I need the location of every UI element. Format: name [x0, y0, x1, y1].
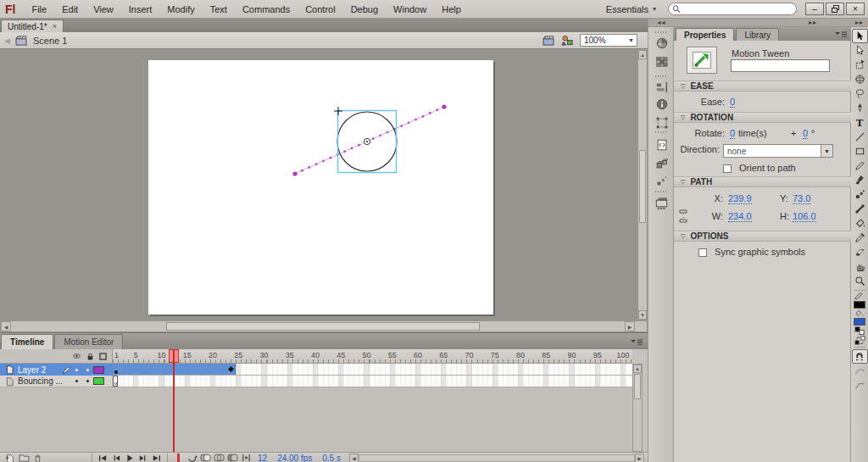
rectangle-tool[interactable]	[852, 144, 868, 159]
swatches-panel-icon[interactable]	[652, 53, 671, 70]
free-transform-tool[interactable]	[852, 58, 868, 72]
hand-tool[interactable]	[852, 259, 868, 274]
play-button[interactable]	[124, 454, 136, 462]
back-arrow-icon[interactable]: ◀	[0, 36, 15, 45]
brush-tool[interactable]	[852, 173, 868, 187]
timeline-vertical-scrollbar[interactable]: ▲	[632, 364, 643, 452]
timeline-vscroll-thumb[interactable]	[634, 374, 641, 399]
tab-timeline[interactable]: Timeline	[1, 334, 53, 349]
outline-icon[interactable]	[98, 352, 108, 361]
section-rotation[interactable]: ▽ROTATION	[674, 112, 851, 123]
go-to-first-frame-button[interactable]	[97, 454, 108, 462]
scroll-right-icon[interactable]: ▶	[625, 321, 635, 331]
tab-library[interactable]: Library	[736, 28, 779, 41]
section-ease[interactable]: ▽EASE	[674, 81, 851, 92]
project-panel-icon[interactable]	[652, 196, 671, 212]
menu-help[interactable]: Help	[434, 4, 469, 14]
workspace-switcher[interactable]: Essentials ▾	[601, 4, 661, 14]
code-snippets-panel-icon[interactable]	[652, 136, 671, 153]
layer-name[interactable]: Bouncing ...	[18, 376, 62, 386]
motion-path-start-point[interactable]	[292, 171, 297, 175]
line-tool[interactable]	[852, 130, 868, 144]
scroll-down-icon[interactable]: ▼	[638, 310, 647, 320]
align-panel-icon[interactable]	[652, 79, 671, 95]
layer-lock-dot[interactable]	[86, 369, 89, 371]
transform-panel-icon[interactable]	[652, 114, 671, 131]
minimize-button[interactable]: –	[805, 3, 824, 15]
panel-menu-icon[interactable]	[631, 339, 643, 346]
new-folder-button[interactable]	[18, 454, 30, 462]
playhead-line[interactable]	[173, 349, 175, 452]
center-frame-button[interactable]	[172, 454, 184, 462]
blank-keyframe[interactable]	[113, 376, 118, 387]
scroll-left-icon[interactable]: ◀	[1, 321, 11, 331]
ease-value[interactable]: 0	[730, 97, 735, 108]
pencil-tool[interactable]	[852, 159, 868, 173]
stage-vscroll-thumb[interactable]	[639, 150, 646, 223]
layer-row-bouncing[interactable]: Bouncing ...	[0, 376, 113, 387]
scene-name[interactable]: Scene 1	[33, 36, 67, 46]
paint-bucket-tool[interactable]	[852, 216, 868, 231]
onion-skin-outlines-button[interactable]	[213, 454, 225, 462]
zoom-level-select[interactable]: 100% ▼	[580, 34, 637, 47]
scroll-up-icon[interactable]: ▲	[633, 365, 642, 373]
document-tab[interactable]: Untitled-1* ×	[1, 19, 64, 32]
search-input[interactable]	[681, 4, 793, 14]
lock-icon[interactable]	[86, 352, 95, 361]
dock-group-handle[interactable]	[655, 75, 668, 77]
pasteboard[interactable]	[0, 49, 637, 320]
timeline-horizontal-scrollbar[interactable]: ◀ ▶	[349, 454, 644, 462]
edit-multiple-frames-button[interactable]	[226, 454, 238, 462]
stroke-color-swatch[interactable]	[854, 301, 865, 309]
scroll-left-icon[interactable]: ◀	[349, 454, 359, 462]
current-frame-value[interactable]: 12	[258, 454, 267, 462]
stage-vertical-scrollbar[interactable]: ▲ ▼	[637, 49, 648, 320]
onion-skin-button[interactable]	[199, 454, 211, 462]
dock-group-handle[interactable]	[655, 131, 668, 133]
menu-file[interactable]: File	[24, 4, 54, 14]
transform-crosshair-icon[interactable]	[334, 107, 342, 115]
stage[interactable]	[148, 60, 493, 314]
color-panel-icon[interactable]	[652, 35, 671, 51]
snap-to-objects-toggle[interactable]	[852, 349, 868, 364]
edit-symbols-icon[interactable]	[561, 35, 574, 46]
show-hide-icon[interactable]	[71, 352, 82, 360]
scroll-up-icon[interactable]: ▲	[638, 50, 647, 59]
dock-group-handle[interactable]	[655, 31, 668, 33]
frame-rate-value[interactable]: 24.00 fps	[277, 454, 312, 462]
layer-name[interactable]: Layer 2	[18, 365, 62, 375]
subselection-tool[interactable]	[852, 43, 868, 58]
restore-button[interactable]	[826, 3, 844, 15]
loop-button[interactable]	[186, 454, 198, 462]
frame-ruler[interactable]: 1510152025303540455055606570758085909510…	[113, 349, 632, 364]
y-value[interactable]: 73.0	[793, 193, 810, 204]
components-panel-icon[interactable]	[652, 155, 671, 171]
section-path[interactable]: ▽PATH	[674, 176, 851, 187]
menu-edit[interactable]: Edit	[54, 4, 86, 14]
rotate-count-value[interactable]: 0	[730, 128, 735, 139]
eraser-tool[interactable]	[852, 245, 868, 259]
tab-properties[interactable]: Properties	[676, 28, 734, 41]
fill-color-swatch[interactable]	[854, 318, 865, 326]
edit-scene-icon[interactable]	[542, 36, 555, 46]
layer-lock-dot[interactable]	[86, 380, 89, 382]
sync-graphic-symbols-checkbox[interactable]	[698, 248, 707, 257]
stage-hscroll-thumb[interactable]	[166, 322, 480, 331]
bone-tool[interactable]	[852, 202, 868, 216]
layer-color-1[interactable]	[93, 377, 104, 385]
section-options[interactable]: ▽OPTIONS	[674, 231, 851, 242]
motion-presets-panel-icon[interactable]	[652, 172, 671, 188]
layer-color-0[interactable]	[93, 366, 104, 374]
x-value[interactable]: 239.9	[728, 193, 752, 204]
3d-rotation-tool[interactable]	[852, 72, 868, 86]
menu-commands[interactable]: Commands	[235, 4, 298, 14]
close-button[interactable]: ×	[846, 3, 865, 15]
menu-modify[interactable]: Modify	[159, 4, 202, 14]
modify-markers-button[interactable]	[240, 454, 252, 462]
orient-to-path-checkbox[interactable]	[723, 164, 732, 173]
delete-layer-button[interactable]	[31, 454, 43, 462]
lasso-tool[interactable]	[852, 86, 868, 101]
scroll-right-icon[interactable]: ▶	[635, 454, 644, 462]
panel-menu-icon[interactable]	[835, 31, 847, 38]
text-tool[interactable]: T	[852, 115, 868, 130]
